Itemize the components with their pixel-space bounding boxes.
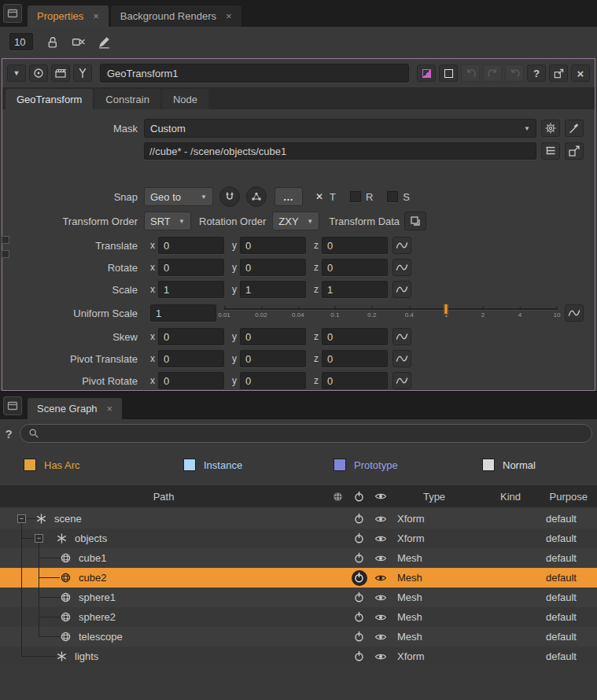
scale-z-field[interactable] [322,281,388,298]
tab-node[interactable]: Node [162,89,208,109]
animation-curve-button[interactable] [392,237,411,254]
power-toggle[interactable] [352,590,367,606]
clear-panels-button[interactable] [72,35,85,49]
pane-menu-button[interactable] [3,4,22,23]
max-panels-field[interactable] [9,33,33,50]
animation-curve-button[interactable] [392,350,411,367]
splitter-grip[interactable] [2,236,9,244]
rotate-y-field[interactable] [240,259,306,276]
pivot-translate-x-field[interactable] [158,350,224,367]
scale-x-field[interactable] [158,281,224,298]
lock-panels-button[interactable] [46,35,59,49]
help-icon[interactable]: ? [2,427,16,440]
browse-scenegraph-button[interactable] [541,142,560,160]
eye-icon[interactable] [370,490,391,503]
power-toggle[interactable] [352,629,367,645]
scenegraph-row-objects[interactable]: − objects Xform default [0,529,597,548]
splitter-grip[interactable] [2,250,9,258]
animation-curve-button[interactable] [392,281,411,298]
close-panel-button[interactable]: × [571,64,590,82]
render-flag-button[interactable] [51,64,70,82]
pane-menu-button[interactable] [3,396,22,415]
uniform-scale-field[interactable] [150,304,216,322]
eye-toggle[interactable] [370,591,391,604]
revert-button[interactable] [505,64,524,82]
eye-toggle[interactable] [370,650,391,663]
node-name-field[interactable] [100,64,409,83]
power-toggle[interactable] [352,511,367,527]
mask-picker-button[interactable] [565,120,584,137]
globe-icon[interactable] [327,491,348,503]
collapse-expander[interactable]: − [35,534,43,543]
mask-settings-button[interactable] [541,120,560,137]
column-type[interactable]: Type [423,491,445,503]
tab-close-icon[interactable]: × [226,10,232,22]
mask-dropdown[interactable]: Custom ▼ [144,119,536,138]
power-toggle[interactable] [352,570,367,586]
float-panel-button[interactable] [549,64,568,82]
skew-y-field[interactable] [240,328,306,345]
animation-curve-button[interactable] [392,259,411,276]
power-toggle[interactable] [352,649,367,665]
mask-pattern-field[interactable] [144,142,536,160]
column-path[interactable]: Path [153,491,175,503]
scenegraph-row-sphere1[interactable]: sphere1 Mesh default [0,588,597,607]
power-toggle[interactable] [352,610,367,625]
snap-orientation-button[interactable] [246,186,267,207]
scenegraph-row-cube2[interactable]: cube2 Mesh default [0,568,597,588]
snap-t-checkbox[interactable]: ✕ [314,191,325,202]
scenegraph-row-telescope[interactable]: telescope Mesh default [0,627,597,647]
tab-close-icon[interactable]: × [107,403,113,414]
animation-curve-button[interactable] [565,304,584,322]
power-toggle[interactable] [352,531,367,547]
collapse-expander[interactable]: − [17,514,26,523]
collapse-panel-button[interactable]: ▼ [7,64,26,82]
eye-toggle[interactable] [370,552,391,565]
slider-handle[interactable] [444,304,448,315]
gl-color-button[interactable] [439,64,458,82]
tab-geotransform[interactable]: GeoTransform [6,89,93,109]
pivot-translate-y-field[interactable] [240,350,306,367]
transform-order-dropdown[interactable]: SRT ▼ [144,212,191,230]
scenegraph-row-cube1[interactable]: cube1 Mesh default [0,548,597,568]
eye-toggle[interactable] [370,572,391,584]
eye-toggle[interactable] [370,513,391,525]
help-button[interactable]: ? [527,64,546,82]
node-color-button[interactable] [417,64,436,82]
eye-toggle[interactable] [370,631,391,643]
rotation-order-dropdown[interactable]: ZXY ▼ [272,212,319,230]
scenegraph-row-scene[interactable]: − scene Xform default [0,509,597,529]
eye-toggle[interactable] [370,611,391,624]
rotate-x-field[interactable] [158,259,224,276]
transform-data-button[interactable] [404,212,426,230]
tab-constrain[interactable]: Constrain [94,89,160,109]
pivot-rotate-y-field[interactable] [240,372,306,389]
scenegraph-row-lights[interactable]: lights Xform default [0,647,597,666]
undo-button[interactable] [461,64,480,82]
search-input[interactable] [44,428,584,440]
pick-from-viewer-button[interactable] [565,142,584,160]
eye-toggle[interactable] [370,532,391,545]
power-icon[interactable] [348,491,370,503]
snap-more-button[interactable]: … [275,187,303,206]
tab-scene-graph[interactable]: Scene Graph × [28,398,122,419]
tab-properties[interactable]: Properties × [28,6,109,27]
edit-button[interactable] [98,35,111,49]
center-node-button[interactable] [29,64,48,82]
tab-background-renders[interactable]: Background Renders × [111,6,241,27]
snap-position-button[interactable] [219,186,240,207]
scale-y-field[interactable] [240,281,306,298]
column-kind[interactable]: Kind [500,491,521,503]
skew-x-field[interactable] [158,328,224,345]
pivot-rotate-z-field[interactable] [322,372,388,389]
tab-close-icon[interactable]: × [93,10,99,22]
branch-button[interactable] [73,64,92,82]
uniform-scale-slider[interactable]: 0.01 0.02 0.04 0.1 0.2 0.4 1 2 4 10 [224,303,557,323]
redo-button[interactable] [483,64,502,82]
scenegraph-row-sphere2[interactable]: sphere2 Mesh default [0,607,597,627]
power-toggle[interactable] [352,551,367,566]
snap-s-checkbox[interactable] [387,191,398,202]
translate-x-field[interactable] [158,237,224,254]
pivot-translate-z-field[interactable] [322,350,388,367]
snap-mode-dropdown[interactable]: Geo to ▼ [144,187,213,206]
